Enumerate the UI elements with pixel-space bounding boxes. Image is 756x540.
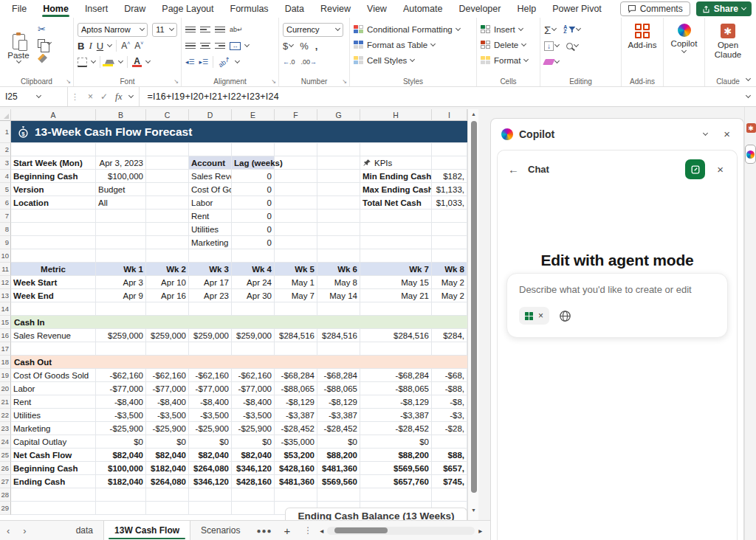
close-panel-icon[interactable]: × — [721, 128, 733, 140]
cell-I25[interactable]: $88, — [432, 449, 467, 462]
row-header-13[interactable]: 13 — [0, 289, 11, 302]
cell-I2[interactable] — [432, 143, 467, 156]
cell-H7[interactable] — [360, 210, 432, 223]
cell-B7[interactable] — [96, 210, 146, 223]
increase-decimal-button[interactable]: ←.0 — [283, 58, 295, 66]
cell-G5[interactable] — [317, 183, 360, 196]
fill-button[interactable]: ↓ — [544, 41, 559, 51]
row-header-27[interactable]: 27 — [0, 475, 11, 488]
cell-B3[interactable]: Apr 3, 2023 — [96, 156, 146, 170]
cell-A13[interactable]: Week End — [11, 289, 96, 302]
next-sheet-icon[interactable]: › — [16, 525, 32, 536]
menu-tab-insert[interactable]: Insert — [78, 1, 115, 17]
cell-I11[interactable]: Wk 8 — [432, 263, 467, 276]
comma-style-button[interactable]: , — [315, 41, 318, 52]
cell-A23[interactable]: Marketing — [11, 422, 96, 435]
menu-tab-developer[interactable]: Developer — [451, 1, 508, 17]
cell-H25[interactable]: $88,200 — [360, 449, 432, 462]
cell-A25[interactable]: Net Cash Flow — [11, 449, 96, 462]
cell-I4[interactable]: $182, — [432, 170, 467, 183]
cell-C16[interactable]: $259,000 — [146, 329, 189, 342]
underline-button[interactable]: U — [97, 41, 103, 52]
number-dialog-launcher[interactable]: ↘ — [342, 78, 347, 85]
cell-I13[interactable]: May 2 — [432, 289, 467, 302]
cell-A11[interactable]: Metric — [11, 263, 96, 276]
cell-D17[interactable] — [189, 342, 232, 356]
row-header-1[interactable]: 1 — [0, 121, 11, 143]
cell-I8[interactable] — [432, 223, 467, 236]
cell-H20[interactable]: -$88,065 — [360, 382, 432, 395]
cell-G14[interactable] — [317, 302, 360, 316]
cell-E14[interactable] — [232, 302, 275, 316]
row-header-15[interactable]: 15 — [0, 316, 11, 329]
cell-E7[interactable]: 0 — [232, 210, 275, 223]
cell-A19[interactable]: Cost Of Goods Sold — [11, 369, 96, 382]
cell-F16[interactable]: $284,516 — [275, 329, 317, 342]
cell-A3[interactable]: Start Week (Mon) — [11, 156, 96, 170]
cell-D16[interactable]: $259,000 — [189, 329, 232, 342]
cell-I9[interactable] — [432, 236, 467, 249]
increase-font-size-button[interactable]: A˄ — [121, 41, 130, 51]
cell-B10[interactable] — [96, 249, 146, 263]
row-header-17[interactable]: 17 — [0, 342, 11, 356]
cell-C20[interactable]: -$77,000 — [146, 382, 189, 395]
percent-style-button[interactable]: % — [300, 41, 309, 52]
cell-A16[interactable]: Sales Revenue — [11, 329, 96, 342]
new-chat-button[interactable] — [685, 159, 705, 179]
sheet-tab-scenarios[interactable]: Scenarios — [190, 521, 250, 540]
cell-A20[interactable]: Labor — [11, 382, 96, 395]
cell-E4[interactable]: 0 — [232, 170, 275, 183]
cell-E28[interactable] — [232, 488, 275, 502]
cell-C12[interactable]: Apr 10 — [146, 276, 189, 289]
cell-G11[interactable]: Wk 6 — [317, 263, 360, 276]
cell-D28[interactable] — [189, 488, 232, 502]
share-button[interactable]: Share — [696, 1, 752, 16]
row-header-5[interactable]: 5 — [0, 183, 11, 196]
cell-E13[interactable]: Apr 30 — [232, 289, 275, 302]
cell-G25[interactable]: $88,200 — [317, 449, 360, 462]
row-header-25[interactable]: 25 — [0, 449, 11, 462]
cell-F20[interactable]: -$88,065 — [275, 382, 317, 395]
cell-G12[interactable]: May 8 — [317, 276, 360, 289]
row-header-2[interactable]: 2 — [0, 143, 11, 156]
cell-F13[interactable]: May 7 — [275, 289, 317, 302]
cell-E23[interactable]: -$25,900 — [232, 422, 275, 435]
cell-H19[interactable]: -$68,284 — [360, 369, 432, 382]
cell-B22[interactable]: -$3,500 — [96, 409, 146, 422]
copilot-prompt-input[interactable]: Describe what you'd like to create or ed… — [506, 273, 728, 338]
cell-H28[interactable] — [360, 488, 432, 502]
cell-G28[interactable] — [317, 488, 360, 502]
cell-A26[interactable]: Beginning Cash — [11, 462, 96, 475]
cell-D10[interactable] — [189, 249, 232, 263]
cell-H11[interactable]: Wk 7 — [360, 263, 432, 276]
scroll-down-icon[interactable]: ▼ — [471, 508, 476, 513]
column-header-C[interactable]: C — [146, 109, 189, 121]
sheet-tab-data[interactable]: data — [66, 521, 103, 540]
cell-I22[interactable]: -$3, — [432, 409, 467, 422]
cell-B21[interactable]: -$8,400 — [96, 395, 146, 409]
cell-F22[interactable]: -$3,387 — [275, 409, 317, 422]
cell-C29[interactable] — [146, 502, 189, 515]
increase-indent-button[interactable]: ▸☰ — [199, 58, 209, 66]
row-header-3[interactable]: 3 — [0, 156, 11, 170]
conditional-formatting-button[interactable]: Conditional Formatting — [354, 21, 472, 37]
cell-F23[interactable]: -$28,452 — [275, 422, 317, 435]
alignment-dialog-launcher[interactable]: ↘ — [271, 78, 276, 85]
name-box[interactable]: I25 — [0, 87, 68, 106]
font-color-button[interactable]: A — [132, 58, 142, 67]
cell-E16[interactable]: $259,000 — [232, 329, 275, 342]
sheet-options-icon[interactable]: ●●● — [250, 527, 278, 535]
row-header-14[interactable]: 14 — [0, 302, 11, 316]
cell-I28[interactable] — [432, 488, 467, 502]
cell-E8[interactable]: 0 — [232, 223, 275, 236]
cell-F17[interactable] — [275, 342, 317, 356]
copilot-button[interactable]: Copilot — [667, 21, 701, 52]
copy-button[interactable] — [38, 38, 51, 49]
cell-B27[interactable]: $182,040 — [96, 475, 146, 488]
cell-G21[interactable]: -$8,129 — [317, 395, 360, 409]
cell-B17[interactable] — [96, 342, 146, 356]
cell-F24[interactable]: -$35,000 — [275, 435, 317, 449]
cell-E5[interactable]: 0 — [232, 183, 275, 196]
cell-H16[interactable]: $284,516 — [360, 329, 432, 342]
format-painter-button[interactable] — [38, 52, 51, 64]
